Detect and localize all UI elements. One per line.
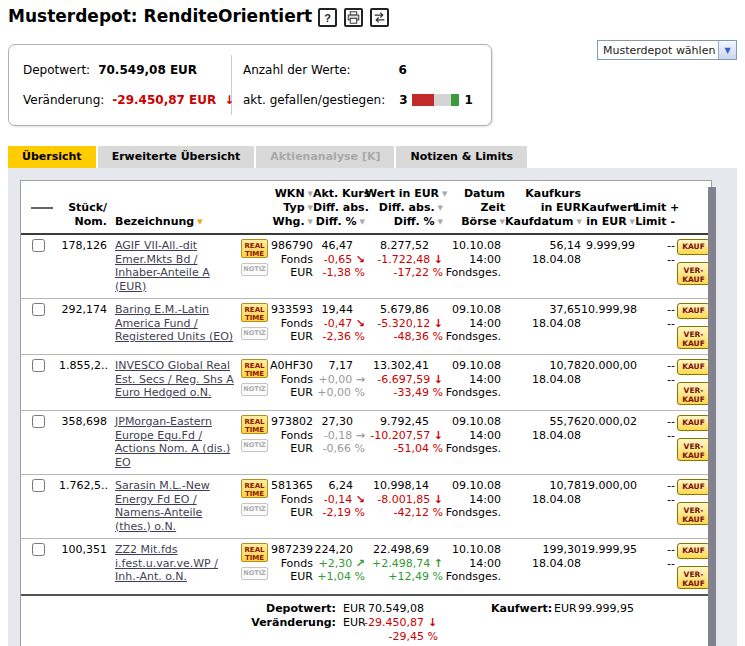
th-bezeichnung[interactable]: Bezeichnung [115,187,237,229]
limit-cell: -- -- [635,239,675,293]
realtime-badge[interactable]: REAL TIME [241,303,268,322]
kauf-button[interactable]: KAUF [677,303,710,319]
table-footer: Depotwert: EUR 70.549,08 Kaufwert: EUR 9… [21,594,711,646]
kurs-cell: 46,47 -0,65 ↘ -1,38 % [313,239,365,293]
fund-link[interactable]: Sarasin M.L.-New Energy Fd EO / Namens-A… [115,479,210,533]
tab-uebersicht[interactable]: Übersicht [8,146,96,168]
kurs-cell: 27,30 -0,18 → -0,66 % [313,415,365,469]
trend-arrow-icon: ↓ [434,493,443,506]
notiz-badge[interactable]: NOTIZ [241,567,268,580]
depot-select[interactable]: Musterdepot wählen ▼ [597,40,737,60]
fund-link[interactable]: INVESCO Global Real Est. Secs / Reg. Shs… [115,359,234,399]
verkauf-button[interactable]: VER- KAUF [677,566,710,589]
kauf-button[interactable]: KAUF [677,543,710,559]
datum-cell: 09.10.08 14:00 Fondsges. [443,415,505,469]
kaufkurs-cell: 55,76 18.04.08 [505,415,581,469]
footer-kaufwert-value: 99.999,95 [561,602,634,616]
row-checkbox[interactable] [32,543,45,556]
kurs-cell: 7,17 +0,00 → +0,00 % [313,359,365,405]
title-toolbar: ? [318,8,389,27]
realtime-badge[interactable]: REAL TIME [241,239,268,258]
th-datum[interactable]: Datum Zeit Börse [443,187,505,229]
trend-arrow-icon: → [356,429,365,442]
footer-veraenderung-value: -29.450,87 [351,616,424,630]
kurs-cell: 6,24 -0,14 ↘ -2,19 % [313,479,365,533]
realtime-badge[interactable]: REAL TIME [241,415,268,434]
realtime-badge[interactable]: REAL TIME [241,543,268,562]
fund-link[interactable]: ZZ2 Mit.fds i.fest.u.var.ve.WP / Inh.-An… [115,543,218,583]
fund-link[interactable]: Baring E.M.-Latin America Fund / Registe… [115,303,233,343]
kaufwert-cell: 19.000,00 [581,479,635,533]
footer-depotwert-value: 70.549,08 [351,602,424,616]
fallen-risen-bar [412,94,459,106]
footer-veraenderung-pct: -29,45 % [361,630,438,644]
verkauf-button[interactable]: VER- KAUF [677,326,710,349]
help-button[interactable]: ? [318,8,337,27]
kaufkurs-cell: 37,65 18.04.08 [505,303,581,349]
fund-link[interactable]: JPMorgan-Eastern Europe Equ.Fd / Actions… [115,415,230,469]
print-button[interactable] [344,8,363,27]
th-kaufkurs[interactable]: Kaufkurs in EUR Kaufdatum [505,187,581,229]
verkauf-button[interactable]: VER- KAUF [677,502,710,525]
kaufwert-cell: 9.999,99 [581,239,635,293]
trend-arrow-icon: ↓ [434,429,443,442]
th-wkn[interactable]: WKN Typ Whg. [269,187,313,229]
kauf-button[interactable]: KAUF [677,479,710,495]
realtime-badge[interactable]: REAL TIME [241,359,268,378]
trend-arrow-icon: ↓ [434,253,443,266]
depot-summary-box: Depotwert: 70.549,08 EUR Veränderung: -2… [8,44,492,126]
datum-cell: 10.10.08 14:00 Fondsges. [443,543,505,589]
tab-notizen-limits[interactable]: Notizen & Limits [396,146,527,168]
refresh-button[interactable] [370,8,389,27]
row-checkbox[interactable] [32,479,45,492]
notiz-badge[interactable]: NOTIZ [241,503,268,516]
kaufkurs-cell: 10,78 18.04.08 [505,479,581,533]
tab-bar: Übersicht Erweiterte Übersicht Aktienana… [8,146,527,168]
chevron-down-icon[interactable]: ▼ [718,41,736,59]
depotwert-value: 70.549,08 EUR [98,63,197,77]
table-row: 178,126 AGIF VII-All.-dit Emer.Mkts Bd /… [21,235,711,299]
notiz-badge[interactable]: NOTIZ [241,263,268,276]
sort-icon [197,215,202,229]
kurs-cell: 19,44 -0,47 ↘ -2,36 % [313,303,365,349]
wert-cell: 8.277,52 -1.722,48 ↓ -17,22 % [365,239,443,293]
row-checkbox[interactable] [32,415,45,428]
th-limit: Limit + Limit - [635,187,675,229]
th-kaufwert[interactable]: Kaufwert in EUR [581,187,635,229]
verkauf-button[interactable]: VER- KAUF [677,262,710,285]
scrollbar-thumb[interactable] [708,187,716,646]
kauf-button[interactable]: KAUF [677,239,710,255]
datum-cell: 09.10.08 14:00 Fondsges. [443,303,505,349]
table-row: 1.762,5.. Sarasin M.L.-New Energy Fd EO … [21,475,711,539]
print-icon [347,11,360,24]
tab-erweiterte-uebersicht[interactable]: Erweiterte Übersicht [98,146,255,168]
notiz-badge[interactable]: NOTIZ [241,439,268,452]
depot-table-panel: Stück/ Nom. Bezeichnung WKN Typ Whg. Akt… [20,180,712,646]
wkn-cell: 987239 Fonds EUR [269,543,313,589]
kaufwert-cell: 10.999,98 [581,303,635,349]
bar-green-segment [451,94,459,106]
wkn-cell: 973802 Fonds EUR [269,415,313,469]
row-checkbox[interactable] [32,359,45,372]
kauf-button[interactable]: KAUF [677,359,710,375]
realtime-badge[interactable]: REAL TIME [241,479,268,498]
trend-arrow-icon: ↘ [356,317,365,330]
anzahl-value: 6 [399,63,407,77]
down-arrow-icon: ↓ [428,616,437,630]
fund-link[interactable]: AGIF VII-All.-dit Emer.Mkts Bd / Inhaber… [115,239,210,293]
footer-depotwert-label: Depotwert: [251,602,336,616]
th-wert[interactable]: Wert in EUR Diff. abs. Diff. % [365,187,443,229]
table-header: Stück/ Nom. Bezeichnung WKN Typ Whg. Akt… [21,181,711,235]
row-checkbox[interactable] [32,303,45,316]
th-akt-kurs[interactable]: Akt. Kurs Diff. abs. Diff. % [313,187,365,229]
verkauf-button[interactable]: VER- KAUF [677,438,710,461]
kauf-button[interactable]: KAUF [677,415,710,431]
help-icon: ? [324,12,331,24]
risen-count: 1 [465,93,473,107]
notiz-badge[interactable]: NOTIZ [241,383,268,396]
limit-cell: -- -- [635,303,675,349]
verkauf-button[interactable]: VER- KAUF [677,382,710,405]
row-checkbox[interactable] [32,239,45,252]
table-row: 1.855,2.. INVESCO Global Real Est. Secs … [21,355,711,411]
notiz-badge[interactable]: NOTIZ [241,327,268,340]
